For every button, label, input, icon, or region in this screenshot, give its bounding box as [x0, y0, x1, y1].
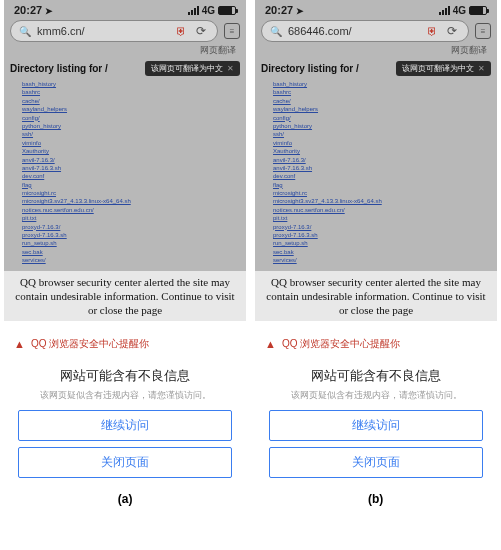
close-page-button[interactable]: 关闭页面: [18, 447, 232, 478]
warning-header: ▲QQ 浏览器安全中心提醒你: [255, 331, 497, 357]
list-item[interactable]: viminfo: [273, 139, 491, 147]
list-item[interactable]: anvil-7.16.3.sh: [273, 164, 491, 172]
phone-screenshot: 20:27➤4G🔍686446.com/⛨⟳≡网页翻译Directory lis…: [255, 0, 497, 478]
shield-icon[interactable]: ⛨: [176, 25, 187, 37]
dimmed-background: 20:27➤4G🔍686446.com/⛨⟳≡网页翻译Directory lis…: [255, 0, 497, 321]
close-icon[interactable]: ✕: [227, 64, 234, 73]
list-item[interactable]: cache/: [273, 97, 491, 105]
menu-icon[interactable]: ≡: [475, 23, 491, 39]
list-item[interactable]: services/: [22, 256, 240, 264]
continue-button[interactable]: 继续访问: [18, 410, 232, 441]
signal-icon: [439, 6, 450, 15]
figure-label: (b): [368, 492, 383, 506]
list-item[interactable]: anvil-7.16.3.sh: [22, 164, 240, 172]
list-item[interactable]: microsight3.sv27_4.13.3.linux-x64_64.sh: [273, 197, 491, 205]
list-item[interactable]: run_setup.sh: [273, 239, 491, 247]
list-item[interactable]: Xauthority: [22, 147, 240, 155]
warning-subtitle: 该网页疑似含有违规内容，请您谨慎访问。: [4, 389, 246, 410]
list-item[interactable]: pit.txt: [22, 214, 240, 222]
list-item[interactable]: microsight.rc: [273, 189, 491, 197]
url-text: kmm6.cn/: [37, 25, 170, 37]
warning-icon: ▲: [265, 338, 276, 350]
warning-buttons: 继续访问关闭页面: [255, 410, 497, 478]
translate-hint[interactable]: 网页翻译: [4, 44, 246, 59]
menu-icon[interactable]: ≡: [224, 23, 240, 39]
reload-icon[interactable]: ⟳: [193, 24, 209, 38]
list-item[interactable]: bashrc: [273, 88, 491, 96]
warning-subtitle: 该网页疑似含有违规内容，请您谨慎访问。: [255, 389, 497, 410]
list-item[interactable]: proxyd-7.16.3.sh: [273, 231, 491, 239]
status-right: 4G: [188, 5, 236, 16]
warning-title: 网站可能含有不良信息: [4, 357, 246, 389]
network-label: 4G: [453, 5, 466, 16]
list-item[interactable]: viminfo: [22, 139, 240, 147]
signal-icon: [188, 6, 199, 15]
battery-icon: [469, 6, 487, 15]
warning-header-text: QQ 浏览器安全中心提醒你: [282, 337, 400, 351]
list-item[interactable]: ssh/: [22, 130, 240, 138]
list-item[interactable]: anvil-7.16.3/: [22, 156, 240, 164]
status-right: 4G: [439, 5, 487, 16]
list-item[interactable]: wayland_helpers: [273, 105, 491, 113]
list-item[interactable]: microsight3.sv27_4.13.3.linux-x64_64.sh: [22, 197, 240, 205]
dimmed-background: 20:27➤4G🔍kmm6.cn/⛨⟳≡网页翻译Directory listin…: [4, 0, 246, 321]
warning-header: ▲QQ 浏览器安全中心提醒你: [4, 331, 246, 357]
list-item[interactable]: proxyd-7.16.3/: [273, 223, 491, 231]
list-item[interactable]: bashrc: [22, 88, 240, 96]
translate-pill[interactable]: 该网页可翻译为中文✕: [396, 61, 491, 76]
continue-button[interactable]: 继续访问: [269, 410, 483, 441]
phone-screenshot: 20:27➤4G🔍kmm6.cn/⛨⟳≡网页翻译Directory listin…: [4, 0, 246, 478]
list-item[interactable]: pit.txt: [273, 214, 491, 222]
url-text: 686446.com/: [288, 25, 421, 37]
shield-icon[interactable]: ⛨: [427, 25, 438, 37]
list-item[interactable]: config/: [273, 114, 491, 122]
list-item[interactable]: proxyd-7.16.3/: [22, 223, 240, 231]
list-item[interactable]: cache/: [22, 97, 240, 105]
list-item[interactable]: proxyd-7.16.3.sh: [22, 231, 240, 239]
list-item[interactable]: bash_history: [22, 80, 240, 88]
list-item[interactable]: run_setup.sh: [22, 239, 240, 247]
translate-hint[interactable]: 网页翻译: [255, 44, 497, 59]
list-item[interactable]: sec.bak: [22, 248, 240, 256]
address-bar[interactable]: 🔍kmm6.cn/⛨⟳: [10, 20, 218, 42]
list-item[interactable]: flag: [22, 181, 240, 189]
reload-icon[interactable]: ⟳: [444, 24, 460, 38]
translate-pill[interactable]: 该网页可翻译为中文✕: [145, 61, 240, 76]
list-item[interactable]: services/: [273, 256, 491, 264]
nav-arrow-icon: ➤: [296, 6, 304, 16]
status-bar: 20:27➤4G: [255, 0, 497, 18]
alert-banner: QQ browser security center alerted the s…: [255, 271, 497, 322]
warning-sheet: ▲QQ 浏览器安全中心提醒你网站可能含有不良信息该网页疑似含有违规内容，请您谨慎…: [4, 321, 246, 478]
warning-header-text: QQ 浏览器安全中心提醒你: [31, 337, 149, 351]
list-item[interactable]: anvil-7.16.3/: [273, 156, 491, 164]
network-label: 4G: [202, 5, 215, 16]
status-time: 20:27: [265, 4, 293, 16]
translate-pill-label: 该网页可翻译为中文: [402, 63, 474, 74]
list-item[interactable]: notices.nuc.sertfon.edu.cn/: [273, 206, 491, 214]
warning-buttons: 继续访问关闭页面: [4, 410, 246, 478]
address-bar[interactable]: 🔍686446.com/⛨⟳: [261, 20, 469, 42]
status-time: 20:27: [14, 4, 42, 16]
list-item[interactable]: config/: [22, 114, 240, 122]
list-item[interactable]: dev.conf: [273, 172, 491, 180]
nav-arrow-icon: ➤: [45, 6, 53, 16]
list-item[interactable]: ssh/: [273, 130, 491, 138]
warning-icon: ▲: [14, 338, 25, 350]
warning-title: 网站可能含有不良信息: [255, 357, 497, 389]
list-item[interactable]: Xauthority: [273, 147, 491, 155]
list-item[interactable]: wayland_helpers: [22, 105, 240, 113]
translate-pill-label: 该网页可翻译为中文: [151, 63, 223, 74]
list-item[interactable]: bash_history: [273, 80, 491, 88]
list-item[interactable]: python_history: [273, 122, 491, 130]
list-item[interactable]: dev.conf: [22, 172, 240, 180]
list-item[interactable]: sec.bak: [273, 248, 491, 256]
address-row: 🔍686446.com/⛨⟳≡: [255, 18, 497, 44]
list-item[interactable]: notices.nuc.sertfon.edu.cn/: [22, 206, 240, 214]
close-page-button[interactable]: 关闭页面: [269, 447, 483, 478]
list-item[interactable]: python_history: [22, 122, 240, 130]
directory-title: Directory listing for /: [261, 63, 359, 74]
close-icon[interactable]: ✕: [478, 64, 485, 73]
list-item[interactable]: flag: [273, 181, 491, 189]
list-item[interactable]: microsight.rc: [22, 189, 240, 197]
search-icon: 🔍: [270, 26, 282, 37]
